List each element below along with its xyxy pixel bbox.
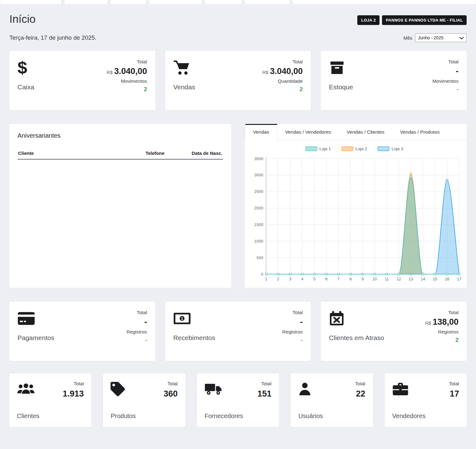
pagamentos-metric: - — [126, 337, 147, 343]
top-nav-item[interactable] — [110, 0, 146, 5]
usuarios-title: Usuários — [298, 412, 323, 420]
total-label: Total — [126, 310, 147, 315]
col-data-nasc: Data de Nasc. — [186, 147, 223, 159]
truck-icon — [205, 381, 243, 397]
box-icon — [329, 59, 353, 76]
sales-chart-panel: Vendas Vendas / Vendedores Vendas / Clie… — [245, 124, 467, 288]
svg-text:16: 16 — [445, 277, 449, 281]
top-nav-item[interactable] — [64, 0, 108, 5]
birthdays-table: Cliente Telefone Data de Nasc. — [17, 147, 223, 160]
metric-label: Registros — [282, 329, 303, 335]
estoque-card[interactable]: Estoque Total - Movimentos - — [321, 51, 467, 110]
fornecedores-card[interactable]: Fornecedores Total 151 — [197, 373, 279, 427]
store-badge: LOJA 2 — [357, 15, 379, 25]
metric-label: Movimentos — [432, 78, 459, 84]
svg-text:11: 11 — [385, 277, 389, 281]
clientes-em-atraso-metric: 2 — [425, 337, 459, 343]
total-label: Total — [262, 59, 303, 65]
top-nav — [0, 0, 476, 5]
metric-label: Registros — [425, 329, 459, 335]
total-label: Total — [164, 381, 178, 387]
currency-prefix: R$ — [262, 70, 268, 75]
svg-text:1000: 1000 — [254, 239, 263, 244]
clientes-count: 1.913 — [63, 389, 84, 399]
users-icon — [17, 381, 39, 397]
top-nav-item[interactable] — [149, 0, 202, 5]
page-header: Início LOJA 2 PANNOS E PANNOS LTDA ME - … — [9, 13, 467, 25]
current-date: Terça-feira, 17 de junho de 2025. — [9, 34, 97, 41]
chart-body: 0500100015002000250030003500123456789101… — [245, 140, 467, 288]
svg-text:12: 12 — [397, 277, 401, 281]
usuarios-card[interactable]: Usuários Total 22 — [291, 373, 373, 427]
fornecedores-title: Fornecedores — [205, 412, 243, 420]
clientes-em-atraso-card[interactable]: Clientes em Atraso Total R$138,00 Regist… — [321, 302, 467, 361]
birthdays-panel: Aniversariantes Cliente Telefone Data de… — [9, 124, 231, 288]
credit-card-icon — [17, 310, 54, 327]
fornecedores-count: 151 — [257, 389, 271, 399]
produtos-card[interactable]: Produtos Total 360 — [103, 373, 185, 427]
svg-text:1: 1 — [265, 277, 267, 281]
vendas-card[interactable]: Vendas Total R$3.040,00 Quantidade 2 — [165, 51, 311, 110]
total-label: Total — [107, 59, 147, 65]
svg-text:3000: 3000 — [254, 173, 263, 177]
second-stat-cards: Pagamentos Total - Registros - 1 — [9, 302, 467, 361]
currency-prefix: R$ — [425, 320, 431, 326]
clientes-card[interactable]: Clientes Total 1.913 — [9, 373, 91, 427]
vendedores-title: Vendedores — [392, 412, 426, 420]
tab-vendas-clientes[interactable]: Vendas / Clientes — [339, 124, 392, 140]
caixa-metric: 2 — [107, 86, 147, 93]
caixa-card[interactable]: $ Caixa Total R$3.040,00 Movimentos 2 — [9, 51, 155, 110]
svg-text:6: 6 — [325, 277, 328, 281]
caixa-title: Caixa — [17, 83, 34, 91]
svg-text:4: 4 — [301, 277, 303, 281]
vendas-metric: 2 — [262, 86, 303, 93]
tab-vendas-produtos[interactable]: Vendas / Produtos — [392, 124, 448, 140]
estoque-metric: - — [432, 86, 459, 93]
recebimentos-metric: - — [282, 337, 303, 343]
svg-text:3500: 3500 — [254, 156, 263, 161]
top-nav-item[interactable] — [0, 0, 62, 5]
clientes-em-atraso-title: Clientes em Atraso — [329, 334, 384, 342]
svg-text:500: 500 — [256, 255, 263, 260]
svg-text:13: 13 — [409, 277, 413, 281]
total-label: Total — [432, 59, 459, 65]
calendar-x-icon — [329, 310, 384, 327]
tag-icon — [111, 381, 136, 397]
dashboard-page: Início LOJA 2 PANNOS E PANNOS LTDA ME - … — [0, 5, 476, 443]
pagamentos-total: - — [126, 318, 147, 327]
sales-chart: 0500100015002000250030003500123456789101… — [249, 144, 463, 285]
month-select[interactable]: Junho - 2025 — [415, 33, 467, 42]
estoque-title: Estoque — [329, 83, 353, 91]
counters-row: Clientes Total 1.913 Produtos Total 360 — [9, 373, 467, 427]
total-label: Total — [425, 310, 459, 315]
top-nav-item[interactable] — [205, 0, 242, 5]
tab-vendas-vendedores[interactable]: Vendas / Vendedores — [277, 124, 339, 140]
estoque-total: - — [432, 67, 459, 76]
svg-text:17: 17 — [457, 277, 461, 281]
svg-text:0: 0 — [261, 272, 263, 277]
svg-text:2000: 2000 — [254, 206, 263, 210]
recebimentos-total: - — [282, 318, 303, 327]
col-cliente: Cliente — [17, 147, 145, 159]
top-nav-item[interactable] — [292, 0, 476, 5]
svg-text:14: 14 — [421, 277, 425, 281]
svg-text:7: 7 — [337, 277, 340, 281]
svg-text:Loja 1: Loja 1 — [320, 146, 331, 151]
clientes-em-atraso-total: R$138,00 — [425, 318, 459, 327]
top-nav-item[interactable] — [245, 0, 290, 5]
pagamentos-card[interactable]: Pagamentos Total - Registros - — [9, 302, 155, 361]
caixa-total: R$3.040,00 — [107, 67, 147, 76]
svg-text:1500: 1500 — [254, 222, 263, 227]
total-label: Total — [63, 381, 84, 387]
currency-prefix: R$ — [107, 70, 112, 75]
cart-icon — [173, 59, 195, 76]
svg-text:5: 5 — [313, 277, 315, 281]
user-icon — [298, 381, 323, 397]
vendedores-card[interactable]: Vendedores Total 17 — [385, 373, 467, 427]
recebimentos-title: Recebimentos — [173, 334, 215, 342]
recebimentos-card[interactable]: 1 Recebimentos Total - Registros - — [165, 302, 311, 361]
total-label: Total — [355, 381, 365, 387]
tab-vendas[interactable]: Vendas — [245, 124, 277, 140]
vendedores-count: 17 — [449, 389, 459, 399]
birthdays-title: Aniversariantes — [17, 132, 223, 139]
